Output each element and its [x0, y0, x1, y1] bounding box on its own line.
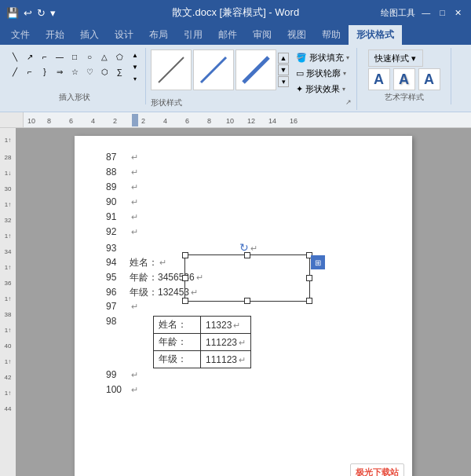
handle-bot-center[interactable]: [244, 298, 250, 304]
tab-help[interactable]: 帮助: [314, 25, 349, 45]
shape-effect-btn[interactable]: ✦ 形状效果 ▾: [294, 82, 352, 96]
minimize-btn[interactable]: —: [418, 8, 433, 17]
svg-text:8: 8: [207, 117, 211, 125]
tab-mailings[interactable]: 邮件: [210, 25, 245, 45]
shape-style-expand[interactable]: ↗: [345, 98, 352, 106]
vertical-ruler-svg: 1↑ 28 1↓ 30 1↑ 32 1↑ 34 1↑ 36 1↑ 38 1↑ 4…: [0, 128, 16, 476]
close-btn[interactable]: ✕: [451, 8, 465, 18]
tab-review[interactable]: 审阅: [245, 25, 279, 45]
shape-straight[interactable]: —: [53, 49, 67, 64]
svg-rect-10: [132, 114, 138, 126]
shape-circle[interactable]: ○: [82, 49, 97, 64]
shape-bend[interactable]: ⌐: [23, 64, 37, 79]
line-88: 88 ↵: [106, 167, 381, 181]
shape-line[interactable]: ╲: [8, 49, 22, 64]
shape-rect[interactable]: □: [68, 49, 82, 64]
shape-outline-btn[interactable]: ▭ 形状轮廓 ▾: [294, 67, 352, 80]
style-sample-3[interactable]: [236, 49, 276, 90]
save-icon[interactable]: 💾: [6, 7, 19, 19]
svg-text:10: 10: [27, 117, 35, 125]
art-text-a2[interactable]: A: [393, 68, 415, 90]
handle-bot-right[interactable]: [306, 298, 312, 304]
handle-bot-left[interactable]: [182, 298, 188, 304]
svg-text:34: 34: [5, 248, 12, 255]
line-99: 99 ↵: [106, 369, 381, 383]
style-sample-2[interactable]: [193, 49, 234, 90]
tab-insert[interactable]: 插入: [72, 25, 107, 45]
svg-text:1↑: 1↑: [5, 358, 11, 365]
inline-table: 姓名： 11323↵ 年龄： 111223↵ 年级： 111123↵: [153, 316, 251, 368]
table-cell-grade-value: 111123↵: [201, 351, 251, 368]
vertical-ruler: 1↑ 28 1↓ 30 1↑ 32 1↑ 34 1↑ 36 1↑ 38 1↑ 4…: [0, 128, 16, 476]
effect-arrow: ▾: [342, 86, 345, 93]
document-area[interactable]: 87 ↵ 88 ↵ 89 ↵ 90 ↵ 91 ↵: [16, 128, 471, 476]
shape-expand[interactable]: ▾: [130, 73, 141, 84]
shape-sigma[interactable]: ∑: [112, 64, 126, 79]
window-title: 散文.docx [兼容模式] - Word: [121, 5, 350, 20]
linecontent-93: ↻ ↵: [130, 241, 381, 254]
shape-pentagon[interactable]: ⬠: [112, 49, 126, 64]
shape-scroll-down[interactable]: ▼: [130, 61, 141, 72]
paramark-91: ↵: [131, 212, 138, 222]
svg-text:16: 16: [290, 117, 298, 125]
undo-icon[interactable]: ↩: [24, 7, 32, 19]
tab-references[interactable]: 引用: [176, 25, 210, 45]
handle-top-left[interactable]: [182, 252, 188, 258]
shape-diag[interactable]: ╱: [8, 64, 22, 79]
shape-heart[interactable]: ♡: [82, 64, 97, 79]
shape-star[interactable]: ☆: [68, 64, 82, 79]
shape-scroll-up[interactable]: ▲: [130, 49, 141, 60]
main-area: 1↑ 28 1↓ 30 1↑ 32 1↑ 34 1↑ 36 1↑ 38 1↑ 4…: [0, 128, 471, 476]
paramark-89: ↵: [131, 182, 138, 192]
tab-file[interactable]: 文件: [3, 25, 38, 45]
ribbon-tabs: 文件 开始 插入 设计 布局 引用 邮件 审阅 视图 帮助 形状格式: [0, 25, 471, 45]
svg-text:10: 10: [226, 117, 234, 125]
style-sample-1[interactable]: [151, 49, 192, 90]
handle-mid-right[interactable]: [306, 275, 312, 281]
art-text-a1[interactable]: A: [368, 68, 390, 90]
style-scroll-down[interactable]: ▼: [278, 64, 289, 75]
linecontent-87: ↵: [130, 152, 381, 163]
tab-shape-format[interactable]: 形状格式: [349, 25, 402, 45]
layout-options-icon[interactable]: ⊞: [311, 255, 325, 269]
handle-top-center[interactable]: [244, 252, 250, 258]
shape-style-label: 形状样式: [151, 96, 182, 108]
art-text-a3[interactable]: A: [418, 68, 440, 90]
linenum-93: 93: [106, 243, 130, 254]
textbox-overlay[interactable]: ⊞: [184, 254, 310, 302]
shape-grid: ╲ ↗ ⌐ — □ ○ △ ⬠ ╱ ⌐ } ⇒ ☆ ♡ ⬡ ∑: [8, 49, 126, 79]
paramark-87: ↵: [131, 152, 138, 163]
quick-style-btn[interactable]: 快速样式 ▾: [368, 49, 423, 67]
svg-text:14: 14: [268, 117, 276, 125]
shape-connector[interactable]: ⌐: [38, 49, 52, 64]
shape-fill-btn[interactable]: 🪣 形状填充 ▾: [294, 51, 352, 64]
table-row-2: 年龄： 111223↵: [154, 334, 251, 351]
svg-line-2: [243, 57, 268, 82]
svg-text:1↑: 1↑: [5, 264, 11, 271]
style-scroll-up[interactable]: ▲: [278, 53, 289, 64]
tab-home[interactable]: 开始: [38, 25, 72, 45]
group-art-style: 快速样式 ▾ A A A 艺术字样式: [357, 48, 451, 104]
shape-hexagon[interactable]: ⬡: [97, 64, 111, 79]
shape-block-arrow[interactable]: ⇒: [53, 64, 67, 79]
tab-design[interactable]: 设计: [107, 25, 141, 45]
svg-text:1↑: 1↑: [5, 201, 11, 208]
tab-view[interactable]: 视图: [279, 25, 314, 45]
style-scroll: ▲ ▼ ▾: [278, 53, 289, 87]
line-98: 98 姓名： 11323↵ 年龄： 111223↵ 年级： 1: [106, 316, 381, 368]
linecontent-92: ↵: [130, 227, 381, 237]
maximize-btn[interactable]: □: [436, 8, 448, 17]
svg-text:1↑: 1↑: [5, 233, 11, 240]
tab-layout[interactable]: 布局: [141, 25, 176, 45]
customize-icon[interactable]: ▾: [50, 7, 56, 19]
shape-fill-label: 形状填充: [309, 52, 344, 64]
table-cell-name-value: 11323↵: [201, 317, 251, 334]
shape-brace[interactable]: }: [38, 64, 52, 79]
shape-arrow[interactable]: ↗: [23, 49, 37, 64]
handle-mid-left[interactable]: [182, 275, 188, 281]
line-100: 100 ↵: [106, 384, 381, 398]
linecontent-99: ↵: [130, 370, 381, 380]
redo-icon[interactable]: ↻: [37, 7, 46, 19]
style-scroll-expand[interactable]: ▾: [278, 76, 289, 87]
shape-triangle[interactable]: △: [97, 49, 111, 64]
